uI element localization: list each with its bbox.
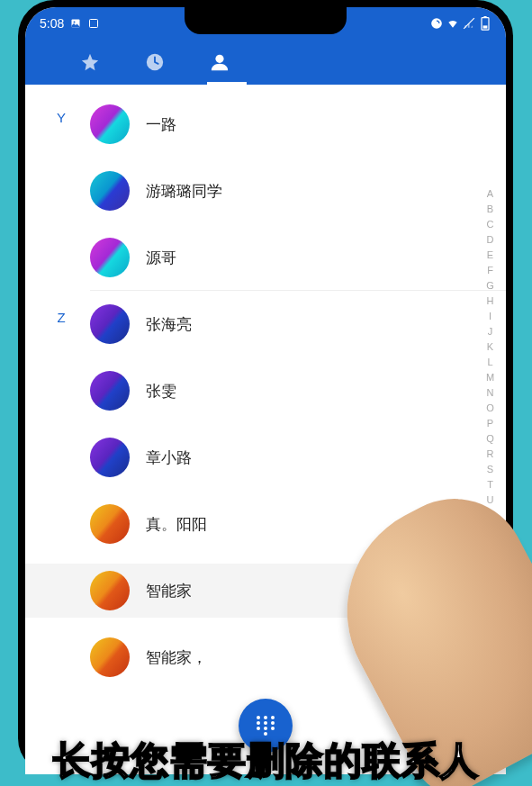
index-letter[interactable]: B (484, 203, 497, 219)
contact-avatar (90, 238, 130, 277)
contact-row[interactable]: 源哥 (90, 230, 452, 285)
contact-avatar (90, 304, 130, 344)
contact-avatar (90, 571, 130, 610)
index-letter[interactable]: G (484, 280, 497, 295)
index-letter[interactable]: L (484, 357, 497, 372)
index-letter[interactable]: M (484, 372, 497, 387)
svg-point-7 (215, 55, 223, 63)
contact-name: 智能家， (146, 647, 207, 668)
index-letter[interactable]: N (484, 387, 497, 402)
contact-name: 智能家 (146, 581, 192, 601)
wifi-icon (446, 17, 459, 30)
nfc-icon (430, 17, 443, 30)
index-letter[interactable]: Q (484, 433, 497, 448)
svg-rect-5 (483, 25, 488, 28)
contact-row[interactable]: 章小路 (90, 430, 452, 484)
dialpad-icon (256, 716, 275, 736)
contact-avatar (90, 504, 130, 544)
caption-text: 长按您需要删除的联系人 (0, 736, 532, 786)
index-letter[interactable]: T (484, 479, 497, 494)
index-letter[interactable]: O (484, 402, 497, 418)
tab-favorites[interactable] (58, 40, 122, 85)
contact-name: 张雯 (146, 381, 176, 402)
contact-row[interactable]: 张雯 (90, 364, 452, 418)
contact-name: 真。阳阳 (146, 514, 207, 535)
display-notch (185, 7, 347, 34)
contact-name: 张海亮 (146, 314, 192, 335)
contact-name: 源哥 (146, 248, 176, 268)
signal-off-icon (463, 17, 475, 30)
battery-icon (479, 17, 491, 30)
svg-rect-4 (483, 16, 486, 18)
svg-rect-2 (90, 20, 98, 28)
section-header-y: Y (52, 110, 70, 125)
index-letter[interactable]: H (484, 295, 497, 311)
contact-avatar (90, 371, 130, 411)
contact-name: 游璐璐同学 (146, 181, 222, 202)
index-letter[interactable]: K (484, 341, 497, 357)
index-letter[interactable]: I (484, 311, 497, 326)
index-letter[interactable]: F (484, 265, 497, 280)
index-letter[interactable]: A (484, 188, 497, 203)
index-letter[interactable]: S (484, 464, 497, 479)
section-divider (90, 290, 506, 291)
contact-avatar (90, 104, 130, 144)
status-time: 5:08 (40, 16, 64, 31)
index-letter[interactable]: C (484, 219, 497, 234)
tab-bar (25, 40, 506, 85)
app-icon (87, 17, 100, 30)
contact-row[interactable]: 一路 (90, 97, 452, 151)
contact-avatar (90, 438, 130, 477)
contact-avatar (90, 171, 130, 211)
svg-point-1 (74, 22, 76, 23)
index-letter[interactable]: R (484, 448, 497, 464)
index-letter[interactable]: E (484, 249, 497, 265)
section-header-z: Z (52, 310, 70, 325)
contact-name: 一路 (146, 114, 176, 135)
index-letter[interactable]: D (484, 234, 497, 249)
contact-row[interactable]: 游璐璐同学 (90, 164, 452, 218)
index-letter[interactable]: J (484, 326, 497, 341)
contact-avatar (90, 637, 130, 677)
tab-contacts[interactable] (187, 40, 252, 85)
index-letter[interactable]: P (484, 418, 497, 433)
contact-name: 章小路 (146, 447, 192, 468)
contact-row[interactable]: 张海亮 (90, 297, 452, 351)
tab-recents[interactable] (122, 40, 187, 85)
picture-icon (69, 17, 82, 30)
